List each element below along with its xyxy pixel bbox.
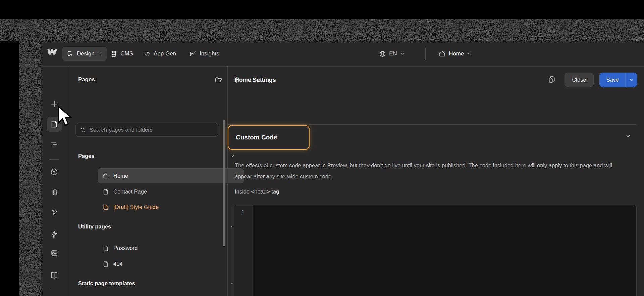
code-editor-input[interactable] [253, 205, 636, 296]
chevron-down-icon [467, 51, 472, 56]
pages-panel-title: Pages [78, 76, 95, 83]
navigator-icon [50, 140, 58, 149]
language-label: EN [389, 50, 397, 57]
open-book-icon [50, 271, 58, 280]
pages-scrollbar[interactable] [223, 120, 225, 246]
topbar-divider [425, 48, 426, 59]
custom-code-title: Custom Code [236, 134, 277, 141]
head-tag-label: Inside <head> tag [235, 188, 279, 195]
left-toolbar [41, 66, 67, 296]
swatches-icon [50, 188, 58, 198]
page-icon [50, 120, 58, 128]
lightning-bolt-icon [50, 230, 58, 240]
editor-gutter: 1 [233, 205, 253, 296]
page-label: 404 [113, 261, 123, 267]
section-divider [228, 124, 636, 125]
variables-button[interactable] [47, 206, 62, 221]
pages-button[interactable] [47, 117, 62, 132]
page-row-draft-style-guide[interactable]: [Draft] Style Guide [98, 200, 244, 215]
current-page-label: Home [449, 50, 464, 57]
line-number: 1 [241, 210, 244, 216]
custom-code-section-header[interactable]: Custom Code [228, 125, 310, 150]
app-window: Design CMS App Gen [41, 41, 644, 296]
libraries-button[interactable] [47, 268, 62, 283]
globe-icon [379, 50, 386, 57]
page-label: Home [113, 173, 128, 179]
page-selector[interactable]: Home [439, 47, 472, 61]
webflow-logo-icon[interactable] [47, 48, 58, 56]
pages-panel: Pages Pages Home [67, 66, 227, 296]
save-label[interactable]: Save [599, 77, 626, 83]
chevron-down-icon[interactable] [626, 78, 637, 82]
top-bar: Design CMS App Gen [41, 41, 644, 66]
section-header-templates[interactable]: Static page templates [78, 280, 135, 287]
page-row-404[interactable]: 404 [98, 256, 244, 271]
page-row-password[interactable]: Password [98, 241, 244, 256]
line-chart-icon [190, 50, 197, 57]
page-label: Contact Page [113, 188, 147, 195]
page-icon [102, 261, 109, 267]
page-settings-panel: Home Settings Close Save Custom Code The… [227, 66, 644, 296]
pages-search[interactable] [75, 123, 218, 137]
chevron-down-icon [400, 51, 405, 56]
page-row-home[interactable]: Home [98, 168, 244, 183]
cms-tab[interactable]: CMS [110, 47, 133, 61]
section-header-pages[interactable]: Pages [78, 153, 95, 159]
close-button[interactable]: Close [565, 73, 594, 87]
toolbar-divider [49, 159, 59, 160]
page-label: [Draft] Style Guide [113, 204, 159, 210]
page-icon [102, 188, 109, 195]
home-icon [102, 173, 109, 179]
design-mode-button[interactable]: Design [62, 47, 107, 61]
app-gen-label: App Gen [154, 50, 176, 57]
cube-icon [50, 168, 58, 176]
design-label: Design [77, 50, 95, 57]
head-code-editor[interactable]: 1 [233, 205, 637, 296]
navigator-button[interactable] [47, 137, 62, 152]
code-brackets-icon [144, 50, 151, 57]
app-gen-tab[interactable]: App Gen [144, 47, 176, 61]
chevron-down-icon[interactable] [625, 133, 631, 139]
assets-button[interactable] [47, 246, 62, 261]
search-input[interactable] [89, 126, 214, 133]
page-icon [102, 245, 109, 252]
page-row-contact[interactable]: Contact Page [98, 184, 244, 199]
duplicate-icon[interactable] [548, 75, 556, 83]
new-folder-button[interactable] [215, 76, 222, 84]
style-guide-button[interactable] [47, 185, 62, 201]
section-header-utility[interactable]: Utility pages [78, 223, 111, 230]
droplets-icon [50, 209, 58, 217]
screenshot-stage: Design CMS App Gen [0, 0, 644, 296]
apps-button[interactable] [47, 293, 62, 296]
design-cursor-icon [67, 50, 74, 57]
custom-code-description: The effects of custom code appear in Pre… [235, 160, 631, 182]
interactions-button[interactable] [47, 227, 62, 243]
language-selector[interactable]: EN [379, 47, 405, 61]
database-icon [110, 50, 117, 57]
home-icon [439, 50, 446, 57]
plus-icon [50, 100, 58, 108]
search-icon [80, 127, 86, 133]
insights-tab[interactable]: Insights [190, 47, 219, 61]
save-button[interactable]: Save [599, 73, 637, 87]
chevron-down-icon [98, 51, 102, 56]
components-button[interactable] [47, 164, 62, 179]
toolbar-divider [49, 289, 59, 289]
page-pen-icon [102, 204, 109, 211]
add-element-button[interactable] [47, 96, 62, 112]
insights-label: Insights [200, 50, 219, 57]
page-label: Password [113, 245, 138, 251]
cms-label: CMS [120, 50, 133, 57]
image-icon [50, 249, 58, 258]
settings-title: Home Settings [235, 77, 276, 84]
